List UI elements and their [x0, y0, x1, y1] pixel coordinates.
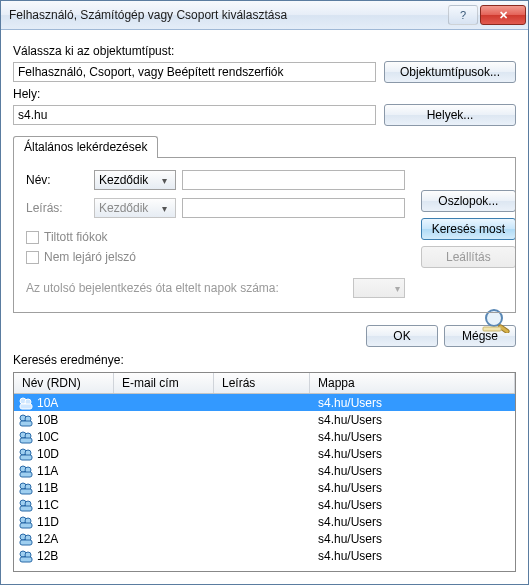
cell-name: 10D: [18, 447, 118, 461]
object-types-button[interactable]: Objektumtípusok...: [384, 61, 516, 83]
dialog-body: Válassza ki az objektumtípust: Felhaszná…: [1, 30, 528, 584]
cell-name: 10A: [18, 396, 118, 410]
cell-name-text: 10D: [37, 447, 59, 461]
cell-name: 11A: [18, 464, 118, 478]
cell-folder: s4.hu/Users: [314, 430, 515, 444]
cell-name-text: 10B: [37, 413, 58, 427]
results-body[interactable]: 10As4.hu/Users10Bs4.hu/Users10Cs4.hu/Use…: [14, 394, 515, 571]
location-field[interactable]: s4.hu: [13, 105, 376, 125]
table-row[interactable]: 10Cs4.hu/Users: [14, 428, 515, 445]
col-name[interactable]: Név (RDN): [14, 373, 114, 393]
cell-folder: s4.hu/Users: [314, 396, 515, 410]
table-row[interactable]: 12Bs4.hu/Users: [14, 547, 515, 564]
dialog-window: Felhasználó, Számítógép vagy Csoport kiv…: [0, 0, 529, 585]
table-row[interactable]: 10Bs4.hu/Users: [14, 411, 515, 428]
tab-general-queries[interactable]: Általános lekérdezések: [13, 136, 158, 158]
cell-name: 10C: [18, 430, 118, 444]
cell-name: 12B: [18, 549, 118, 563]
col-desc[interactable]: Leírás: [214, 373, 310, 393]
table-row[interactable]: 11Cs4.hu/Users: [14, 496, 515, 513]
table-row[interactable]: 12As4.hu/Users: [14, 530, 515, 547]
cell-name-text: 11B: [37, 481, 58, 495]
results-header: Név (RDN) E-mail cím Leírás Mappa: [14, 373, 515, 394]
group-icon: [18, 515, 34, 529]
desc-mode-combo: Kezdődik ▾: [94, 198, 176, 218]
cell-name-text: 11C: [37, 498, 59, 512]
cell-folder: s4.hu/Users: [314, 549, 515, 563]
disabled-accounts-label: Tiltott fiókok: [44, 230, 108, 244]
name-mode-value: Kezdődik: [99, 173, 148, 187]
help-button[interactable]: ?: [448, 5, 478, 25]
group-icon: [18, 481, 34, 495]
close-icon: ✕: [499, 9, 508, 22]
name-mode-combo[interactable]: Kezdődik ▾: [94, 170, 176, 190]
help-icon: ?: [460, 9, 466, 21]
cell-name-text: 11D: [37, 515, 59, 529]
col-email[interactable]: E-mail cím: [114, 373, 214, 393]
cell-folder: s4.hu/Users: [314, 532, 515, 546]
locations-button[interactable]: Helyek...: [384, 104, 516, 126]
object-type-field[interactable]: Felhasználó, Csoport, vagy Beépített ren…: [13, 62, 376, 82]
group-icon: [18, 396, 34, 410]
group-icon: [18, 430, 34, 444]
svg-rect-26: [20, 523, 32, 528]
group-icon: [18, 532, 34, 546]
cell-folder: s4.hu/Users: [314, 515, 515, 529]
col-folder[interactable]: Mappa: [310, 373, 515, 393]
chevron-down-icon: ▾: [157, 175, 171, 186]
tab-panel: Név: Kezdődik ▾ Leírás: Kezdődik ▾: [13, 157, 516, 313]
svg-rect-17: [20, 472, 32, 477]
svg-rect-14: [20, 455, 32, 460]
cell-name-text: 11A: [37, 464, 58, 478]
cell-folder: s4.hu/Users: [314, 498, 515, 512]
group-icon: [18, 549, 34, 563]
object-type-label: Válassza ki az objektumtípust:: [13, 44, 516, 58]
cell-folder: s4.hu/Users: [314, 481, 515, 495]
results-label: Keresés eredménye:: [13, 353, 516, 367]
table-row[interactable]: 11As4.hu/Users: [14, 462, 515, 479]
days-since-login-row: Az utolsó bejelentkezés óta eltelt napok…: [26, 278, 405, 298]
titlebar-buttons: ? ✕: [448, 5, 526, 25]
cell-name-text: 10C: [37, 430, 59, 444]
location-row: s4.hu Helyek...: [13, 104, 516, 126]
cell-name: 10B: [18, 413, 118, 427]
table-row[interactable]: 11Ds4.hu/Users: [14, 513, 515, 530]
cell-folder: s4.hu/Users: [314, 447, 515, 461]
cell-name: 11B: [18, 481, 118, 495]
table-row[interactable]: 10Ds4.hu/Users: [14, 445, 515, 462]
svg-rect-11: [20, 438, 32, 443]
cell-folder: s4.hu/Users: [314, 464, 515, 478]
desc-input[interactable]: [182, 198, 405, 218]
name-input[interactable]: [182, 170, 405, 190]
titlebar: Felhasználó, Számítógép vagy Csoport kiv…: [1, 1, 528, 30]
chevron-down-icon: ▾: [395, 283, 400, 294]
table-row[interactable]: 11Bs4.hu/Users: [14, 479, 515, 496]
results-table: Név (RDN) E-mail cím Leírás Mappa 10As4.…: [13, 372, 516, 572]
nonexpiring-pw-checkbox[interactable]: [26, 251, 39, 264]
cell-name: 11C: [18, 498, 118, 512]
svg-rect-2: [483, 327, 501, 331]
nonexpiring-pw-row[interactable]: Nem lejáró jelszó: [26, 250, 405, 264]
disabled-accounts-row[interactable]: Tiltott fiókok: [26, 230, 405, 244]
group-icon: [18, 447, 34, 461]
cell-folder: s4.hu/Users: [314, 413, 515, 427]
disabled-accounts-checkbox[interactable]: [26, 231, 39, 244]
window-title: Felhasználó, Számítógép vagy Csoport kiv…: [9, 8, 448, 22]
object-type-row: Felhasználó, Csoport, vagy Beépített ren…: [13, 61, 516, 83]
days-since-login-label: Az utolsó bejelentkezés óta eltelt napok…: [26, 281, 279, 295]
tabset: Általános lekérdezések Név: Kezdődik ▾ L…: [13, 136, 516, 313]
close-button[interactable]: ✕: [480, 5, 526, 25]
cell-name-text: 10A: [37, 396, 58, 410]
svg-rect-5: [20, 404, 32, 409]
group-icon: [18, 464, 34, 478]
svg-rect-8: [20, 421, 32, 426]
desc-label: Leírás:: [26, 201, 88, 215]
table-row[interactable]: 10As4.hu/Users: [14, 394, 515, 411]
group-icon: [18, 498, 34, 512]
query-grid: Név: Kezdődik ▾ Leírás: Kezdődik ▾: [26, 170, 405, 218]
svg-rect-20: [20, 489, 32, 494]
svg-rect-29: [20, 540, 32, 545]
cell-name-text: 12B: [37, 549, 58, 563]
name-label: Név:: [26, 173, 88, 187]
group-icon: [18, 413, 34, 427]
